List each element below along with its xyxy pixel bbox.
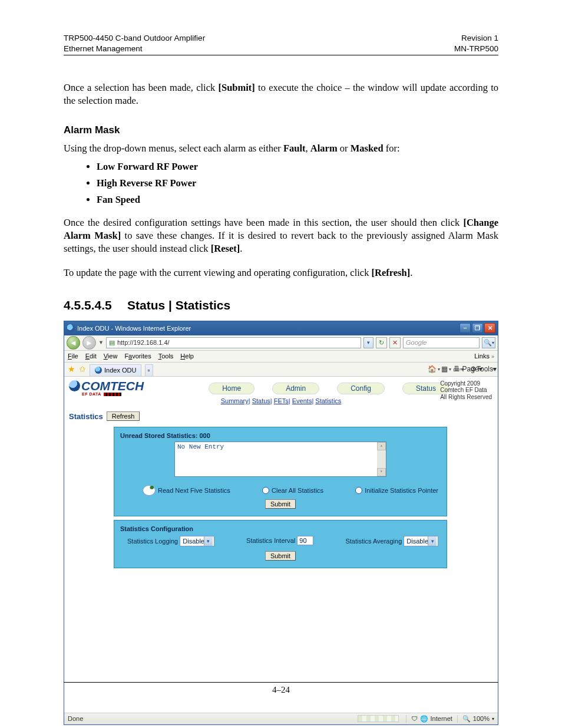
radio-read-next[interactable]: Read Next Five Statistics [143,485,230,496]
favorites-icon[interactable]: ★ [68,364,75,374]
home-icon[interactable]: 🏠 [429,365,438,374]
unread-header: Unread Stored Statistics: 000 [120,432,441,439]
stop-icon[interactable]: ✕ [389,337,401,348]
radio-icon [143,485,156,496]
ie-icon [67,324,75,332]
ie-nav-bar: ◄ ► ▼ ▤ http://192.168.1.4/ ▾ ↻ ✕ Google… [64,335,498,351]
scroll-down-icon[interactable]: ▾ [377,468,386,476]
ie-menubar: File Edit View Favorites Tools Help Link… [64,351,498,363]
para-submit: Once a selection has been made, click [S… [64,81,498,108]
radio-clear-all[interactable]: Clear All Statistics [262,485,323,496]
radio-init-pointer[interactable]: Initialize Statistics Pointer [355,485,438,496]
status-done: Done [68,715,83,722]
tools-menu[interactable]: ⚙ Tools ▾ [479,365,488,374]
content-whitespace [64,630,498,713]
new-tab-button[interactable]: ▫ [145,364,153,376]
radio-icon [355,487,362,494]
tab-label: Index ODU [104,367,136,374]
ie-window: Index ODU - Windows Internet Explorer – … [64,321,498,725]
statistics-config-panel: Statistics Configuration Statistics Logg… [114,520,447,568]
submit-button[interactable]: Submit [265,499,296,509]
subnav-events[interactable]: Events [292,397,312,404]
search-box[interactable]: Google [403,337,480,348]
nav-config[interactable]: Config [337,383,385,394]
address-dropdown[interactable]: ▾ [363,337,373,348]
nav-admin[interactable]: Admin [272,383,319,394]
sub-nav: Summary| Status| FETs| Events| Statistic… [64,397,498,404]
forward-button[interactable]: ► [82,336,96,350]
search-button[interactable]: 🔍▾ [482,337,495,348]
ie-statusbar: Done 🛡🌐Internet 🔍100% ▾ [64,713,498,724]
menu-view[interactable]: View [104,353,118,360]
ie-favbar: ★ ✩ Index ODU ▫ 🏠 ▦ 🖶 ▫ Page ▾ ⚙ Tools ▾… [64,363,498,377]
cfg-logging: Statistics Logging Disable [127,536,214,546]
hdr-left1: TRP500-4450 C-band Outdoor Amplifier [64,33,205,44]
address-bar[interactable]: ▤ http://192.168.1.4/ [106,337,361,348]
security-zone[interactable]: 🛡🌐Internet [406,715,452,723]
zoom-control[interactable]: 🔍100% ▾ [457,715,494,723]
page-icon: ▤ [109,339,115,347]
copyright: Copyright 2009 Comtech EF Data All Right… [440,380,492,401]
add-favorite-icon[interactable]: ✩ [79,364,86,374]
submit-button[interactable]: Submit [265,551,296,561]
cfg-averaging: Statistics Averaging Disable [345,536,438,546]
section-number: 4.5.5.4.5 [64,298,127,312]
scrollbar[interactable]: ▴▾ [377,442,386,476]
cfg-interval: Statistics Interval 90 [246,536,313,546]
bullet-high-rev: High Reverse RF Power [97,177,498,189]
no-entry-text: No New Entry [177,443,224,450]
internet-icon: 🌐 [420,715,428,723]
ie-content: COMTECH EF DATA Home Admin Config Status… [64,377,498,630]
menu-favorites[interactable]: Favorites [124,353,151,360]
statistics-textbox[interactable]: No New Entry ▴▾ [174,442,386,477]
bullet-low-fwd: Low Forward RF Power [97,161,498,173]
subnav-statistics[interactable]: Statistics [315,397,341,404]
history-dropdown-icon[interactable]: ▼ [98,340,104,345]
section-title: Status | Statistics [127,298,230,312]
bullet-fan-speed: Fan Speed [97,194,498,206]
main-nav: Home Admin Config Status [209,383,449,394]
refresh-button[interactable]: Refresh [107,411,140,421]
scroll-up-icon[interactable]: ▴ [377,442,386,450]
brand-logo: COMTECH [69,379,144,393]
subnav-fets[interactable]: FETs [274,397,289,404]
header-rule [64,55,498,55]
hdr-right2: MN-TRP500 [454,44,498,54]
page-number: 4–24 [64,685,498,695]
interval-input[interactable]: 90 [297,536,313,545]
chevron-icon[interactable]: » [491,366,494,372]
minimize-button[interactable]: – [459,323,471,333]
menu-help[interactable]: Help [180,353,194,360]
close-button[interactable]: ✕ [484,323,495,333]
ie-window-title: Index ODU - Windows Internet Explorer [77,325,191,332]
hdr-right1: Revision 1 [454,33,498,44]
zoom-icon: 🔍 [462,715,471,723]
page-header: TRP500-4450 C-band Outdoor Amplifier Eth… [64,33,498,54]
unread-statistics-panel: Unread Stored Statistics: 000 No New Ent… [114,427,447,516]
heading-alarm-mask: Alarm Mask [64,124,498,136]
averaging-select[interactable]: Disable [404,536,438,546]
subnav-status[interactable]: Status [252,397,270,404]
shield-icon: 🛡 [411,715,418,722]
feeds-icon[interactable]: ▦ [442,365,451,374]
refresh-icon[interactable]: ↻ [376,337,387,348]
url-text: http://192.168.1.4/ [117,339,170,346]
progress-indicator [358,715,399,722]
chevron-icon[interactable]: » [491,354,494,360]
para-alarm-intro: Using the drop-down menus, select each a… [64,142,498,155]
para-refresh: To update the page with the current view… [64,266,498,279]
back-button[interactable]: ◄ [67,336,80,350]
section-heading: 4.5.5.4.5Status | Statistics [64,298,498,312]
menu-edit[interactable]: Edit [85,353,97,360]
nav-home[interactable]: Home [209,383,254,394]
globe-icon [69,380,80,391]
links-label[interactable]: Links [474,353,490,360]
maximize-button[interactable]: ❐ [472,323,483,333]
menu-tools[interactable]: Tools [158,353,174,360]
menu-file[interactable]: File [68,353,78,360]
browser-tab[interactable]: Index ODU [90,364,141,376]
hdr-left2: Ethernet Management [64,44,205,54]
config-header: Statistics Configuration [120,525,441,532]
logging-select[interactable]: Disable [180,536,214,546]
subnav-summary[interactable]: Summary [221,397,249,404]
